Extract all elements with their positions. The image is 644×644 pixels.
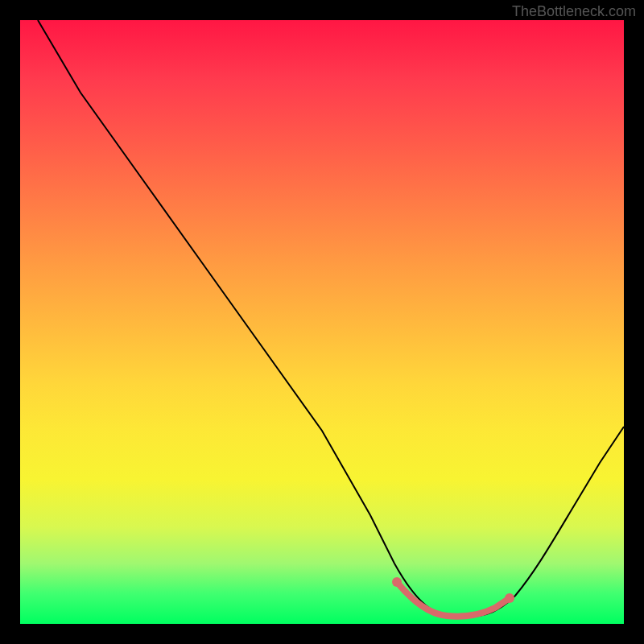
bottleneck-curve-line: [38, 20, 624, 617]
chart-plot-area: [20, 20, 624, 624]
chart-svg: [20, 20, 624, 624]
highlight-end-dot: [505, 593, 514, 603]
highlight-minimum-region: [397, 582, 510, 617]
watermark-text: TheBottleneck.com: [512, 3, 636, 20]
